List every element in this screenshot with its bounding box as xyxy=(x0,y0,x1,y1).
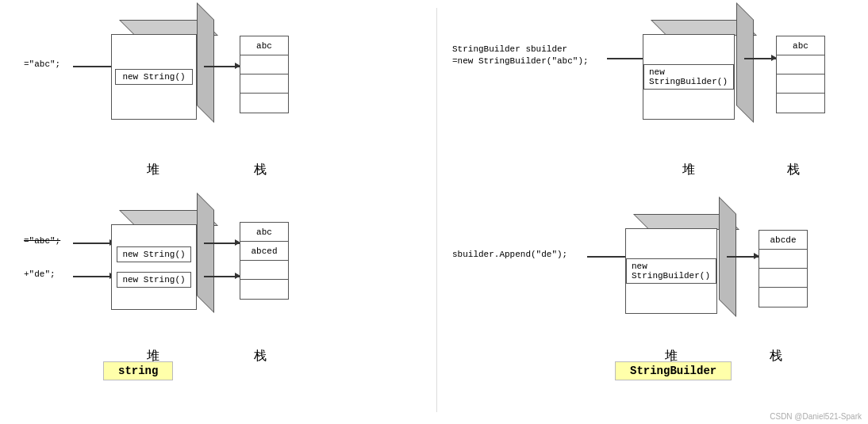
bottom-left-obj1-box: new String() xyxy=(117,246,190,262)
bottom-left-arrow4 xyxy=(204,276,240,277)
top-left-diagram: ="abc"; new String() abc 堆 xyxy=(24,12,309,186)
bottom-right-arrow1 xyxy=(587,256,631,258)
bottom-left-stack: abc abced xyxy=(240,222,289,300)
top-right-stack-label: 栈 xyxy=(787,162,800,178)
top-left-arrow1 xyxy=(73,66,117,67)
bottom-left-arrow2 xyxy=(73,276,114,277)
bottom-left-diagram: ="abc"; +"de"; new String() new String() xyxy=(24,206,309,380)
top-left-heap-label: 堆 xyxy=(147,162,159,178)
bottom-left-arrow1 xyxy=(73,243,114,244)
stringbuilder-badge: StringBuilder xyxy=(615,361,732,380)
top-left-arrow2 xyxy=(204,66,240,67)
bottom-right-arrow2 xyxy=(727,256,759,258)
top-right-arrow2 xyxy=(744,58,776,59)
top-left-cube: new String() xyxy=(111,20,214,123)
bottom-right-code: sbuilder.Append("de"); xyxy=(452,250,567,259)
bottom-right-stack: abcde xyxy=(759,230,808,307)
bottom-left-arrow3 xyxy=(204,243,240,244)
bottom-left-stack-label: 栈 xyxy=(254,348,267,365)
top-right-cube: new StringBuilder() xyxy=(643,20,754,123)
divider xyxy=(436,8,437,412)
bottom-left-code1: ="abc"; xyxy=(24,236,60,246)
bottom-left-code2: +"de"; xyxy=(24,269,56,279)
watermark: CSDN @Daniel521-Spark xyxy=(770,412,862,421)
bottom-left-cube: new String() new String() xyxy=(111,210,214,313)
bottom-right-diagram: sbuilder.Append("de"); new StringBuilder… xyxy=(452,206,793,380)
string-badge: string xyxy=(103,361,173,380)
top-left-stack: abc xyxy=(240,36,289,113)
bottom-left-obj2-box: new String() xyxy=(117,272,190,288)
bottom-right-cube: new StringBuilder() xyxy=(625,214,736,317)
bottom-right-stack-label: 栈 xyxy=(770,348,782,365)
top-right-code: StringBuilder sbuilder =new StringBuilde… xyxy=(452,44,589,68)
top-right-heap-label: 堆 xyxy=(682,162,695,178)
bottom-right-obj-box: new StringBuilder() xyxy=(626,258,716,284)
top-left-code: ="abc"; xyxy=(24,59,60,69)
top-right-obj-box: new StringBuilder() xyxy=(643,64,734,90)
top-right-stack: abc xyxy=(776,36,825,113)
top-left-obj-box: new String() xyxy=(115,69,192,85)
top-right-diagram: StringBuilder sbuilder =new StringBuilde… xyxy=(452,12,793,186)
top-left-stack-label: 栈 xyxy=(254,162,267,178)
